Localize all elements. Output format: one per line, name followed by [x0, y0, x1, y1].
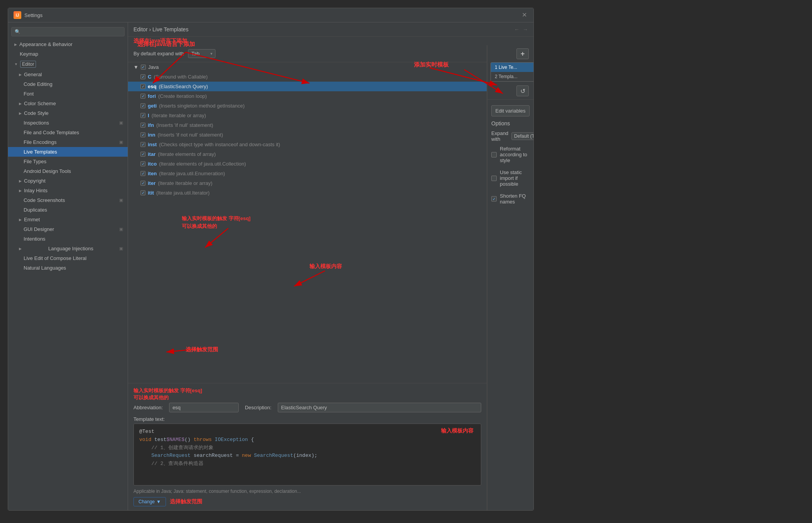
- sidebar-item-file-types[interactable]: File Types: [8, 157, 128, 166]
- back-button[interactable]: ←: [514, 26, 520, 32]
- annotation-top: 选择在java语言下添加: [128, 37, 533, 45]
- template-item-iten[interactable]: iten (Iterate java.util.Enumeration): [128, 169, 487, 178]
- main-panel: Editor › Live Templates ← → 选择在java语言下添加…: [128, 22, 533, 510]
- arrow-icon: ▶: [19, 247, 22, 251]
- expand-with-label: By default expand with: [133, 51, 184, 56]
- c-checkbox[interactable]: [140, 74, 145, 79]
- esq-checkbox[interactable]: [140, 84, 145, 89]
- sidebar-item-code-editing[interactable]: Code Editing: [8, 79, 128, 89]
- sidebar-item-general[interactable]: ▶ General: [8, 70, 128, 79]
- sidebar-item-file-templates[interactable]: File and Code Templates: [8, 128, 128, 137]
- java-checkbox[interactable]: [141, 65, 146, 70]
- action-column: + 1 Live Te... 2 Templa...: [487, 45, 533, 510]
- template-item-itit[interactable]: itit (Iterate java.util.Iterator): [128, 188, 487, 198]
- inspections-icon: ▣: [119, 120, 123, 125]
- abbreviation-input[interactable]: [169, 403, 239, 412]
- sidebar-item-live-edit[interactable]: Live Edit of Compose Literal: [8, 253, 128, 263]
- shorten-checkbox[interactable]: [491, 196, 497, 202]
- breadcrumb-text: Editor › Live Templates: [133, 26, 188, 32]
- template-item-inst[interactable]: inst (Checks object type with instanceof…: [128, 140, 487, 149]
- shorten-option-row: Shorten FQ names: [491, 193, 530, 205]
- iter-checkbox[interactable]: [140, 181, 145, 186]
- sidebar-item-keymap[interactable]: Keymap: [8, 49, 128, 59]
- settings-dialog: IJ Settings ✕ 🔍 ▶ Appearance & Behavior …: [8, 8, 534, 511]
- reformat-checkbox[interactable]: [491, 152, 497, 157]
- forward-button[interactable]: →: [523, 26, 528, 32]
- template-list: ▼ Java C (Surround with Callable): [128, 62, 487, 383]
- action-menu-item-2[interactable]: 2 Templa...: [491, 72, 533, 81]
- arrow-icon: ▶: [14, 43, 17, 46]
- template-item-iter[interactable]: iter (Iterate Iterable or array): [128, 178, 487, 188]
- expand-with-option-select[interactable]: Default (Tab) Tab Enter Space: [511, 132, 533, 140]
- sidebar-item-natural-languages[interactable]: Natural Languages: [8, 263, 128, 273]
- code-editor[interactable]: @Test void test$NAME$() throws IOExcepti…: [133, 424, 481, 485]
- options-title: Options: [491, 120, 530, 126]
- ifn-checkbox[interactable]: [140, 123, 145, 128]
- itco-checkbox[interactable]: [140, 161, 145, 166]
- expand-with-select[interactable]: Tab Enter Space: [188, 49, 215, 58]
- template-item-c[interactable]: C (Surround with Callable): [128, 72, 487, 82]
- description-input[interactable]: [278, 403, 481, 412]
- change-row: Change ▼ 选择触发范围: [133, 497, 481, 506]
- sidebar-item-language-injections[interactable]: ▶ Language Injections ▣: [8, 244, 128, 253]
- gui-designer-icon: ▣: [119, 227, 123, 232]
- sidebar-item-editor[interactable]: ▼ Editor: [8, 59, 128, 70]
- expand-with-option-row: Expand with Default (Tab) Tab Enter Spac…: [491, 130, 530, 142]
- java-group-header[interactable]: ▼ Java: [128, 62, 487, 72]
- itit-checkbox[interactable]: [140, 190, 145, 195]
- title-bar: IJ Settings ✕: [8, 8, 533, 22]
- template-item-fori[interactable]: fori (Create iteration loop): [128, 91, 487, 101]
- sidebar-item-code-style[interactable]: ▶ Code Style: [8, 108, 128, 118]
- fori-checkbox[interactable]: [140, 94, 145, 99]
- template-item-i[interactable]: I (Iterate Iterable or array): [128, 111, 487, 120]
- arrow-icon: ▼: [14, 62, 18, 66]
- template-item-ifn[interactable]: ifn (Inserts 'if null' statement): [128, 120, 487, 130]
- i-checkbox[interactable]: [140, 113, 145, 118]
- sidebar-item-inlay-hints[interactable]: ▶ Inlay Hints: [8, 186, 128, 195]
- iten-checkbox[interactable]: [140, 171, 145, 176]
- search-box[interactable]: 🔍: [11, 27, 125, 36]
- template-item-inn[interactable]: inn (Inserts 'if not null' statement): [128, 130, 487, 140]
- sidebar-item-gui-designer[interactable]: GUI Designer ▣: [8, 224, 128, 234]
- add-template-button[interactable]: +: [516, 48, 529, 59]
- sidebar-item-file-encodings[interactable]: File Encodings ▣: [8, 137, 128, 147]
- sidebar-item-appearance[interactable]: ▶ Appearance & Behavior: [8, 39, 128, 49]
- inn-checkbox[interactable]: [140, 132, 145, 137]
- arrow-icon: ▶: [19, 111, 22, 115]
- sidebar-item-intentions[interactable]: Intentions: [8, 234, 128, 244]
- sidebar-item-android[interactable]: Android Design Tools: [8, 166, 128, 176]
- sidebar-item-color-scheme[interactable]: ▶ Color Scheme: [8, 99, 128, 108]
- close-button[interactable]: ✕: [522, 12, 528, 18]
- breadcrumb-nav: ← →: [514, 26, 528, 32]
- itar-checkbox[interactable]: [140, 152, 145, 157]
- annotation-content: 输入模板内容: [441, 427, 474, 434]
- template-item-geti[interactable]: geti (Inserts singleton method getInstan…: [128, 101, 487, 111]
- reformat-option-row: Reformat according to style: [491, 146, 530, 163]
- template-item-itco[interactable]: itco (Iterate elements of java.util.Coll…: [128, 159, 487, 169]
- template-item-itar[interactable]: itar (Iterate elements of array): [128, 149, 487, 159]
- sidebar-item-font[interactable]: Font: [8, 89, 128, 99]
- arrow-icon: ▶: [19, 102, 22, 106]
- code-screenshots-icon: ▣: [119, 198, 123, 203]
- inst-checkbox[interactable]: [140, 142, 145, 147]
- sidebar-item-duplicates[interactable]: Duplicates: [8, 205, 128, 215]
- arrow-icon: ▶: [19, 218, 22, 222]
- edit-variables-button[interactable]: Edit variables: [491, 105, 530, 116]
- add-button-row: +: [491, 48, 530, 59]
- sidebar: 🔍 ▶ Appearance & Behavior Keymap ▼ Edito…: [8, 22, 128, 510]
- undo-button[interactable]: ↺: [516, 85, 529, 96]
- template-item-esq[interactable]: esq (ElasticSearch Query): [128, 82, 487, 91]
- sidebar-item-emmet[interactable]: ▶ Emmet: [8, 215, 128, 224]
- sidebar-item-live-templates[interactable]: Live Templates: [8, 147, 128, 157]
- dialog-title: Settings: [24, 12, 43, 18]
- change-dropdown-arrow: ▼: [156, 499, 161, 504]
- expand-with-dropdown-wrapper: Tab Enter Space: [188, 49, 215, 58]
- sidebar-item-code-screenshots[interactable]: Code Screenshots ▣: [8, 195, 128, 205]
- action-menu-item-1[interactable]: 1 Live Te...: [491, 63, 533, 72]
- geti-checkbox[interactable]: [140, 103, 145, 108]
- sidebar-item-copyright[interactable]: ▶ Copyright: [8, 176, 128, 186]
- change-button[interactable]: Change ▼: [133, 497, 166, 506]
- sidebar-item-inspections[interactable]: Inspections ▣: [8, 118, 128, 128]
- expand-arrow: ▼: [133, 64, 138, 70]
- static-import-checkbox[interactable]: [491, 176, 497, 181]
